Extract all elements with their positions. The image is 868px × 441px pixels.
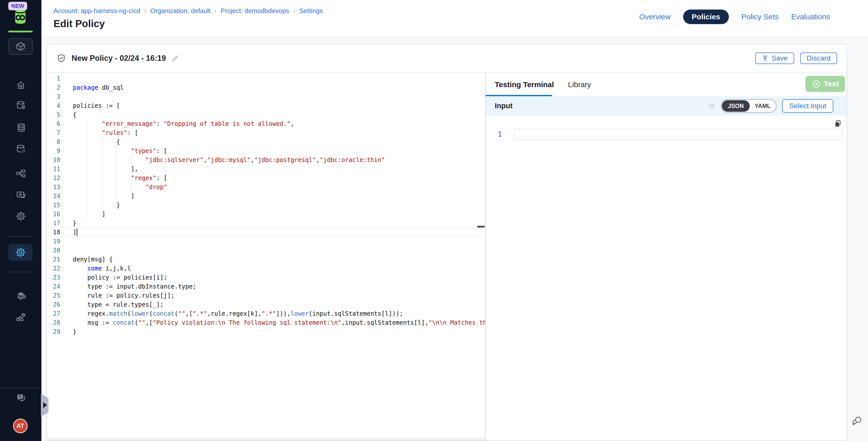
indent-guide — [87, 147, 88, 155]
indent-guide — [87, 155, 88, 164]
indent-guide — [87, 192, 88, 201]
line-number: 19 — [47, 237, 73, 246]
indent-guide — [102, 210, 102, 219]
code-line[interactable]: 26 type = rule.types[_]; — [47, 300, 485, 309]
code-line[interactable]: 8 { — [47, 137, 485, 147]
code-line[interactable]: 29} — [47, 327, 485, 336]
indent-guide — [87, 174, 88, 183]
code-line[interactable]: 15 } — [47, 201, 485, 210]
sidebar-item-db-instances[interactable] — [0, 100, 41, 111]
code-line[interactable]: 3 — [47, 92, 485, 101]
upload-icon — [762, 55, 769, 62]
code-line[interactable]: 28 msg := concat("",["Policy violation:\… — [47, 318, 485, 327]
sidebar-item-databases[interactable] — [0, 122, 41, 133]
indent-guide — [116, 164, 117, 174]
indent-guide — [102, 155, 102, 164]
code-line[interactable]: 27 regex.match(lower(concat("",[".*",rul… — [47, 309, 485, 318]
sidebar-item-settings[interactable] — [0, 211, 41, 221]
code-line[interactable]: 1 — [47, 74, 485, 83]
edit-pencil-icon[interactable] — [172, 55, 179, 62]
code-line[interactable]: 6 "error_message": "Dropping of table is… — [47, 119, 485, 128]
avatar[interactable]: AT — [13, 419, 28, 433]
format-toggle: JSONYAML — [721, 99, 777, 113]
code-line[interactable]: 12 "regex": [ — [47, 174, 485, 183]
line-number: 10 — [47, 155, 73, 164]
save-button[interactable]: Save — [755, 53, 794, 64]
nav-tabs: OverviewPoliciesPolicy SetsEvaluations — [639, 9, 830, 24]
line-number: 5 — [47, 110, 73, 119]
shield-check-icon — [57, 54, 66, 63]
line-number: 2 — [47, 83, 73, 92]
discard-button[interactable]: Discard — [800, 53, 837, 64]
input-line-number: 1 — [486, 131, 514, 138]
sidebar-item-project-settings-active[interactable] — [8, 244, 33, 261]
tab-library[interactable]: Library — [568, 81, 591, 89]
code-line[interactable]: 11 ], — [47, 164, 485, 174]
indent-guide — [116, 192, 117, 201]
line-number: 6 — [47, 119, 73, 128]
code-line[interactable]: 14 ] — [47, 192, 485, 201]
sidebar-item-home[interactable] — [0, 80, 41, 90]
indent-guide — [87, 282, 88, 291]
breadcrumb-item[interactable]: Account: app-harness-ng-cicd — [54, 7, 140, 14]
sidebar-item-help[interactable]: ? — [0, 392, 41, 403]
breadcrumb-item[interactable]: Organization: default — [150, 7, 211, 14]
database-gear-icon — [16, 100, 26, 111]
code-line[interactable]: 4policies := [ — [47, 101, 485, 110]
code-line[interactable]: 5{ — [47, 110, 485, 119]
indent-guide — [87, 119, 88, 128]
chat-fab[interactable] — [851, 415, 863, 427]
test-button[interactable]: Test — [805, 76, 845, 92]
line-number: 12 — [47, 174, 73, 183]
indent-guide — [146, 155, 146, 164]
sidebar-item-pipelines[interactable] — [0, 168, 41, 179]
code-line[interactable]: 9 "types": [ — [47, 147, 485, 155]
code-line[interactable]: 20 — [47, 246, 485, 255]
indent-guide — [131, 183, 131, 192]
module-cube-button[interactable] — [8, 38, 33, 55]
indent-guide — [102, 164, 102, 174]
code-line[interactable]: 25 rule := policy.rules[j]; — [47, 291, 485, 300]
page-title: Edit Policy — [54, 18, 105, 29]
sidebar-item-executions[interactable] — [0, 190, 41, 200]
nav-tab-policies[interactable]: Policies — [683, 9, 728, 24]
sidebar-item-db-schemas[interactable] — [0, 144, 41, 154]
video-play-icon — [16, 190, 26, 200]
nav-tab-policy-sets[interactable]: Policy Sets — [741, 12, 779, 21]
code-line[interactable]: 17} — [47, 219, 485, 228]
code-line[interactable]: 22 some i,j,k,l — [47, 264, 485, 273]
format-option-json[interactable]: JSON — [722, 100, 750, 112]
code-line[interactable]: 21deny[msg] { — [47, 255, 485, 264]
indent-guide — [131, 174, 131, 183]
select-input-button[interactable]: Select Input — [782, 99, 833, 113]
pipeline-flow-icon — [16, 168, 26, 179]
input-field[interactable] — [514, 129, 843, 140]
sidebar-item-org-structure[interactable] — [0, 312, 41, 323]
code-line[interactable]: 16 ] — [47, 210, 485, 219]
code-line[interactable]: 18] — [47, 228, 485, 237]
line-number: 21 — [47, 255, 73, 264]
code-line[interactable]: 2package db_sql — [47, 83, 485, 92]
line-number: 20 — [47, 246, 73, 255]
tab-testing-terminal[interactable]: Testing Terminal — [495, 81, 554, 89]
code-line[interactable]: 7 "rules": [ — [47, 128, 485, 137]
code-line[interactable]: 24 type := input.dbInstance.type; — [47, 282, 485, 291]
nav-tab-overview[interactable]: Overview — [639, 12, 671, 21]
code-line[interactable]: 13 "drop" — [47, 183, 485, 192]
policy-name: New Policy - 02/24 - 16:19 — [71, 54, 166, 63]
nav-tab-evaluations[interactable]: Evaluations — [791, 12, 830, 21]
breadcrumb-separator: › — [215, 7, 217, 14]
code-diamond-icon[interactable] — [707, 101, 716, 111]
code-line[interactable]: 10 "jdbc:sqlserver","jdbc:mysql","jdbc:p… — [47, 155, 485, 164]
breadcrumb-item[interactable]: Project: demodbdevops — [220, 7, 289, 14]
code-line[interactable]: 19 — [47, 237, 485, 246]
policy-code-editor[interactable]: 12package db_sql34policies := [5{6 "erro… — [47, 73, 485, 441]
testing-panel: Testing TerminalLibrary Test Input JSONY… — [486, 73, 847, 441]
format-option-yaml[interactable]: YAML — [750, 100, 776, 112]
overview-ruler-mark — [477, 226, 485, 227]
sidebar-item-policies[interactable] — [0, 290, 41, 301]
copy-icon[interactable] — [834, 120, 842, 128]
code-line[interactable]: 23 policy := policies[i]; — [47, 273, 485, 282]
breadcrumb-item[interactable]: Settings — [299, 7, 323, 14]
line-number: 13 — [47, 183, 73, 192]
